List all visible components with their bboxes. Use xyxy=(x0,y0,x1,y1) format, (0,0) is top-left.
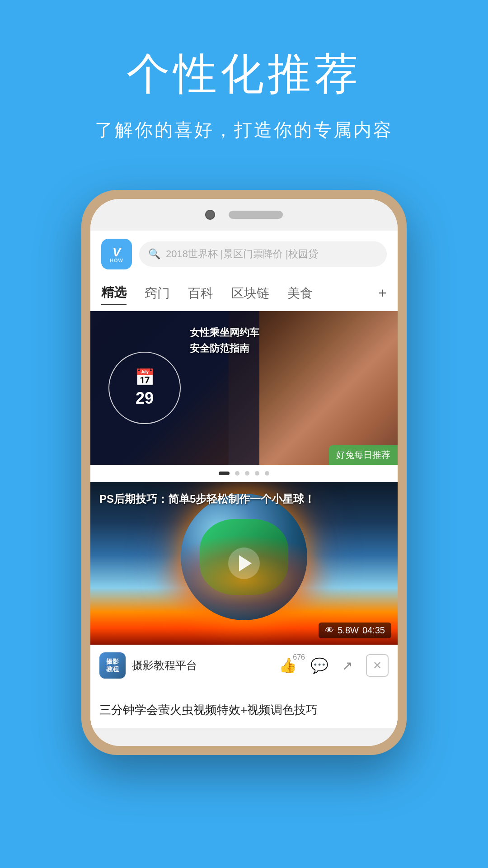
dismiss-button[interactable]: ✕ xyxy=(366,654,389,677)
page-subtitle: 了解你的喜好，打造你的专属内容 xyxy=(0,118,488,142)
like-count: 676 xyxy=(293,653,305,661)
nav-add-tab-button[interactable]: + xyxy=(378,285,387,302)
video-thumbnail[interactable]: PS后期技巧：简单5步轻松制作一个小星球！ 👁 5.8W 04:35 xyxy=(90,482,398,645)
app-header: V HOW 🔍 2018世界杯 |景区门票降价 |校园贷 xyxy=(90,231,398,278)
action-buttons: 👍 676 💬 ↗ ✕ xyxy=(279,654,389,677)
speaker-grille xyxy=(229,211,283,219)
header-area: 个性化推荐 了解你的喜好，打造你的专属内容 xyxy=(0,45,488,142)
tab-baike[interactable]: 百科 xyxy=(188,282,213,305)
banner-image: 📅 29 女性乘坐网约车 安全防范指南 好兔每日推荐 xyxy=(90,311,398,465)
video-card[interactable]: PS后期技巧：简单5步轻松制作一个小星球！ 👁 5.8W 04:35 摄影 xyxy=(90,482,398,686)
dot-active xyxy=(219,472,230,475)
share-button[interactable]: ↗ xyxy=(342,658,352,673)
comment-button[interactable]: 💬 xyxy=(310,657,328,674)
daily-recommend-badge: 好兔每日推荐 xyxy=(329,445,398,465)
author-name[interactable]: 摄影教程平台 xyxy=(132,658,279,673)
dot-4 xyxy=(255,471,259,476)
view-count: 5.8W xyxy=(338,625,359,636)
calendar-icon: 📅 xyxy=(135,368,155,387)
phone-bottom-bar xyxy=(90,728,398,746)
banner-text-block: 女性乘坐网约车 安全防范指南 xyxy=(190,325,259,356)
avatar-label: 摄影 教程 xyxy=(106,658,119,673)
play-icon xyxy=(239,555,252,571)
search-bar[interactable]: 🔍 2018世界杯 |景区门票降价 |校园贷 xyxy=(139,241,387,267)
front-camera xyxy=(205,210,215,220)
calendar-date: 29 xyxy=(136,389,154,408)
next-article-preview[interactable]: 三分钟学会萤火虫视频特效+视频调色技巧 xyxy=(90,693,398,727)
close-icon: ✕ xyxy=(373,659,382,672)
tab-jingxuan[interactable]: 精选 xyxy=(101,281,127,305)
tab-blockchain[interactable]: 区块链 xyxy=(231,282,269,305)
dot-3 xyxy=(245,471,249,476)
tab-meishi[interactable]: 美食 xyxy=(287,282,313,305)
phone-top-bar xyxy=(90,199,398,231)
banner-line1: 女性乘坐网约车 xyxy=(190,325,259,340)
next-article-title: 三分钟学会萤火虫视频特效+视频调色技巧 xyxy=(99,702,389,718)
phone-mockup: V HOW 🔍 2018世界杯 |景区门票降价 |校园贷 精选 窍门 百科 区块… xyxy=(81,190,407,755)
phone-frame: V HOW 🔍 2018世界杯 |景区门票降价 |校园贷 精选 窍门 百科 区块… xyxy=(81,190,407,755)
play-button[interactable] xyxy=(228,547,260,579)
tab-qiaomen[interactable]: 窍门 xyxy=(145,282,170,305)
like-button[interactable]: 👍 676 xyxy=(279,657,297,674)
eye-icon: 👁 xyxy=(325,625,334,636)
dot-2 xyxy=(235,471,239,476)
app-logo[interactable]: V HOW xyxy=(101,239,132,269)
page-title: 个性化推荐 xyxy=(0,45,488,104)
banner-line2: 安全防范指南 xyxy=(190,340,259,356)
calendar-circle: 📅 29 xyxy=(108,352,181,424)
banner-slider[interactable]: 📅 29 女性乘坐网约车 安全防范指南 好兔每日推荐 xyxy=(90,311,398,465)
dot-5 xyxy=(265,471,269,476)
phone-screen: V HOW 🔍 2018世界杯 |景区门票降价 |校园贷 精选 窍门 百科 区块… xyxy=(90,199,398,746)
video-stats: 👁 5.8W 04:35 xyxy=(319,623,391,638)
nav-tabs: 精选 窍门 百科 区块链 美食 + xyxy=(90,278,398,311)
search-icon: 🔍 xyxy=(148,248,160,260)
app-content: V HOW 🔍 2018世界杯 |景区门票降价 |校园贷 精选 窍门 百科 区块… xyxy=(90,231,398,728)
author-row: 摄影 教程 摄影教程平台 👍 676 💬 xyxy=(90,645,398,686)
author-avatar[interactable]: 摄影 教程 xyxy=(99,652,126,679)
video-title: PS后期技巧：简单5步轻松制作一个小星球！ xyxy=(99,491,389,507)
slide-indicators xyxy=(90,465,398,482)
share-icon: ↗ xyxy=(342,658,352,673)
comment-icon: 💬 xyxy=(310,657,328,674)
duration: 04:35 xyxy=(362,625,385,636)
logo-sub: HOW xyxy=(110,258,123,263)
search-placeholder-text: 2018世界杯 |景区门票降价 |校园贷 xyxy=(166,247,318,261)
